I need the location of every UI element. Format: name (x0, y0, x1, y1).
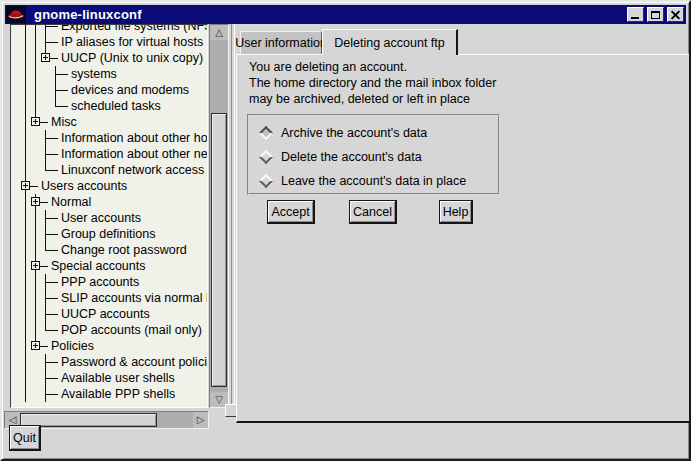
tree-guide-line (35, 34, 36, 50)
tree-guide-line (25, 24, 26, 34)
tree-guide-line (25, 130, 26, 146)
tree-item[interactable]: UUCP (Unix to unix copy) (11, 50, 207, 66)
dialog-buttons: AcceptCancelHelp (237, 200, 689, 226)
tree-branch-line (45, 378, 58, 379)
tab-user-information[interactable]: User information (240, 31, 322, 54)
archive-options-group: Archive the account's dataDelete the acc… (247, 114, 500, 195)
tree-guide-line (25, 162, 26, 178)
vertical-scroll-thumb[interactable] (211, 113, 227, 387)
tree-branch-line (55, 90, 68, 91)
radio-option-label: Delete the account's data (281, 150, 422, 164)
tree-item-label: User accounts (61, 211, 141, 225)
tree-item-label: Information about other host (61, 131, 208, 145)
tree-item[interactable]: Available PPP shells (11, 386, 207, 402)
deleting-account-panel: You are deleting an account. The home di… (236, 54, 691, 423)
expand-plus-icon[interactable] (31, 117, 40, 126)
tree-item[interactable]: Password & account policie (11, 354, 207, 370)
tree-branch-line (45, 138, 58, 139)
accept-button[interactable]: Accept (267, 200, 315, 224)
tree-guide-line (35, 66, 36, 82)
tree-branch-line (45, 170, 58, 171)
tree-item[interactable]: Information about other netw (11, 146, 207, 162)
minimize-icon (631, 17, 639, 19)
tree-item[interactable]: UUCP accounts (11, 306, 207, 322)
redhat-logo-icon (6, 6, 26, 23)
tree-item[interactable]: POP accounts (mail only) (11, 322, 207, 338)
tree-item[interactable]: Policies (11, 338, 207, 354)
tree-item[interactable]: scheduled tasks (11, 98, 207, 114)
scroll-up-icon[interactable]: △ (210, 25, 228, 40)
expand-plus-icon[interactable] (31, 197, 40, 206)
radio-diamond-icon[interactable] (259, 150, 273, 164)
tree-guide-line (25, 82, 26, 98)
expand-plus-icon[interactable] (41, 53, 50, 62)
tree-branch-line (45, 234, 58, 235)
tree-item[interactable]: Normal (11, 194, 207, 210)
app-window: gnome-linuxconf Exported file systems (N… (0, 0, 691, 461)
tree-branch-line (55, 106, 68, 107)
tree-item[interactable]: Special accounts (11, 258, 207, 274)
tree-item[interactable]: SLIP accounts via normal lo (11, 290, 207, 306)
tree-item-label: Information about other netw (61, 147, 208, 161)
tree-item-label: UUCP (Unix to unix copy) (61, 51, 203, 65)
tree-vertical-scrollbar[interactable]: △ ▽ (209, 24, 229, 408)
tree-branch-line (45, 314, 58, 315)
tree-item-label: systems (71, 67, 117, 81)
tree-item[interactable]: Group definitions (11, 226, 207, 242)
tab-deleting-account-ftp[interactable]: Deleting account ftp (322, 29, 458, 55)
tree-item[interactable]: devices and modems (11, 82, 207, 98)
tree-guide-line (35, 226, 36, 242)
radio-option-label: Leave the account's data in place (281, 174, 466, 188)
tree-item[interactable]: Available user shells (11, 370, 207, 386)
tree-guide-line (25, 114, 26, 130)
radio-option-leave[interactable]: Leave the account's data in place (249, 169, 498, 193)
tree-item[interactable]: Linuxconf network access (11, 162, 207, 178)
tree-guide-line (25, 146, 26, 162)
tree-guide-line (25, 194, 26, 210)
tree-branch-line (45, 330, 58, 331)
tree-item[interactable]: Change root password (11, 242, 207, 258)
radio-option-delete[interactable]: Delete the account's data (249, 145, 498, 169)
scroll-right-icon[interactable]: ▷ (193, 412, 208, 428)
minimize-button[interactable] (627, 7, 644, 22)
tree-guide-line (25, 34, 26, 50)
tree-branch-line (45, 394, 58, 395)
tree-item[interactable]: Users accounts (11, 178, 207, 194)
radio-diamond-icon[interactable] (259, 126, 273, 140)
tree-item-label: Available PPP shells (61, 387, 175, 401)
radio-diamond-icon[interactable] (259, 174, 273, 188)
tree-guide-line (25, 354, 26, 370)
tree-guide-line (25, 210, 26, 226)
cancel-button[interactable]: Cancel (349, 200, 397, 224)
tree-item[interactable]: PPP accounts (11, 274, 207, 290)
titlebar: gnome-linuxconf (5, 5, 686, 24)
tree-item[interactable]: Exported file systems (NFS) (11, 24, 207, 34)
tree-item[interactable]: IP aliases for virtual hosts (11, 34, 207, 50)
window-title: gnome-linuxconf (34, 7, 142, 22)
tree-item-label: Linuxconf network access (61, 163, 204, 177)
help-button[interactable]: Help (439, 200, 473, 224)
tree-guide-line (25, 306, 26, 322)
tree-guide-line (25, 66, 26, 82)
tree-item-label: Users accounts (41, 179, 127, 193)
tree-item-label: IP aliases for virtual hosts (61, 35, 203, 49)
config-tree[interactable]: Exported file systems (NFS)IP aliases fo… (10, 24, 208, 408)
quit-button[interactable]: Quit (9, 425, 41, 451)
tree-item[interactable]: Information about other host (11, 130, 207, 146)
expand-plus-icon[interactable] (31, 261, 40, 270)
close-button[interactable] (667, 7, 684, 22)
tree-branch-line (55, 74, 68, 75)
expand-plus-icon[interactable] (21, 181, 30, 190)
tree-item[interactable]: systems (11, 66, 207, 82)
maximize-button[interactable] (647, 7, 664, 22)
tree-guide-line (25, 290, 26, 306)
tree-item[interactable]: User accounts (11, 210, 207, 226)
tree-item-label: PPP accounts (61, 275, 139, 289)
tree-branch-line (45, 362, 58, 363)
tree-item-label: Normal (51, 195, 91, 209)
tree-item[interactable]: Misc (11, 114, 207, 130)
radio-option-archive[interactable]: Archive the account's data (249, 121, 498, 145)
tree-guide-line (35, 210, 36, 226)
tree-item-label: SLIP accounts via normal lo (61, 291, 208, 305)
expand-plus-icon[interactable] (31, 341, 40, 350)
